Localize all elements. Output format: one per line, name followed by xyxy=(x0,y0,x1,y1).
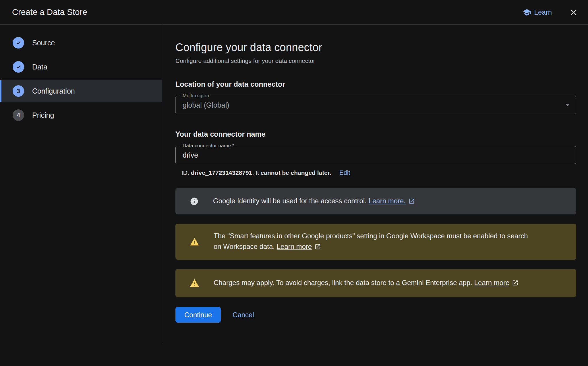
check-icon xyxy=(15,64,22,70)
school-icon xyxy=(523,8,531,17)
data-connector-name-input[interactable] xyxy=(183,151,569,159)
step-label: Source xyxy=(32,39,55,47)
multi-region-select: Multi-region global (Global) xyxy=(175,96,576,114)
edit-id-link[interactable]: Edit xyxy=(339,169,350,176)
step-pricing[interactable]: 4 Pricing xyxy=(0,104,162,126)
multi-region-label: Multi-region xyxy=(181,93,211,99)
step-data[interactable]: Data xyxy=(0,56,162,78)
cancel-button[interactable]: Cancel xyxy=(233,311,254,319)
step-configuration[interactable]: 3 Configuration xyxy=(0,80,162,102)
page-subtitle: Configure additional settings for your d… xyxy=(175,57,576,64)
helper-note: cannot be changed later. xyxy=(261,169,331,176)
step-number: 3 xyxy=(17,88,20,94)
warning-learn-more-link[interactable]: Learn more xyxy=(277,243,312,250)
connector-id-value: drive_1772314328791 xyxy=(191,169,252,176)
close-icon xyxy=(569,8,578,17)
warning-banner-text: The "Smart features in other Google prod… xyxy=(214,232,528,250)
step-completed-circle xyxy=(13,61,24,73)
dialog-body: Source Data 3 Configuration 4 Pricing xyxy=(0,25,588,366)
location-section-heading: Location of your data connector xyxy=(175,80,576,88)
data-connector-name-label: Data connector name * xyxy=(181,143,236,149)
name-section-heading: Your data connector name xyxy=(175,130,576,138)
multi-region-value: global (Global) xyxy=(183,101,229,109)
step-number: 4 xyxy=(17,112,20,119)
warning-icon xyxy=(190,278,199,288)
learn-link[interactable]: Learn xyxy=(523,8,552,17)
charges-warning-banner: Charges may apply. To avoid charges, lin… xyxy=(175,269,576,297)
header-actions: Learn xyxy=(523,7,579,18)
helper-prefix: ID: xyxy=(181,169,191,176)
warning-learn-more-link[interactable]: Learn more xyxy=(474,279,510,286)
open-in-new-icon[interactable] xyxy=(512,278,519,289)
step-source[interactable]: Source xyxy=(0,32,162,54)
smart-features-warning-banner: The "Smart features in other Google prod… xyxy=(175,224,576,260)
info-banner-content: Google Identity will be used for the acc… xyxy=(213,195,415,207)
check-icon xyxy=(15,40,22,46)
dialog-actions: Continue Cancel xyxy=(175,307,576,340)
step-label: Pricing xyxy=(32,111,54,119)
identity-info-banner: Google Identity will be used for the acc… xyxy=(175,188,576,214)
info-banner-text: Google Identity will be used for the acc… xyxy=(213,197,369,205)
dialog-header: Create a Data Store Learn xyxy=(0,0,588,25)
info-learn-more-link[interactable]: Learn more. xyxy=(369,197,406,205)
data-connector-name-field: Data connector name * xyxy=(175,146,576,164)
dialog-title: Create a Data Store xyxy=(12,7,87,17)
warning-icon xyxy=(190,237,199,247)
info-icon xyxy=(190,197,199,206)
stepper-sidebar: Source Data 3 Configuration 4 Pricing xyxy=(0,25,162,344)
step-label: Configuration xyxy=(32,87,75,95)
open-in-new-icon[interactable] xyxy=(314,242,321,253)
warning-banner-text: Charges may apply. To avoid charges, lin… xyxy=(214,279,474,286)
step-upcoming-circle: 4 xyxy=(13,109,24,121)
step-active-circle: 3 xyxy=(13,85,24,97)
step-completed-circle xyxy=(13,37,24,49)
connector-id-helper: ID: drive_1772314328791. It cannot be ch… xyxy=(175,169,576,177)
page-title: Configure your data connector xyxy=(175,41,576,54)
warning-banner-content: The "Smart features in other Google prod… xyxy=(214,231,528,253)
helper-mid: . It xyxy=(252,169,260,176)
step-label: Data xyxy=(32,63,47,71)
continue-button[interactable]: Continue xyxy=(175,307,221,323)
warning-banner-content: Charges may apply. To avoid charges, lin… xyxy=(214,277,519,289)
learn-label: Learn xyxy=(534,8,552,16)
close-button[interactable] xyxy=(568,7,579,18)
create-data-store-dialog: Create a Data Store Learn Source xyxy=(0,0,588,366)
configuration-panel: Configure your data connector Configure … xyxy=(162,25,576,366)
open-in-new-icon[interactable] xyxy=(408,197,415,207)
dropdown-arrow-icon xyxy=(563,101,572,109)
